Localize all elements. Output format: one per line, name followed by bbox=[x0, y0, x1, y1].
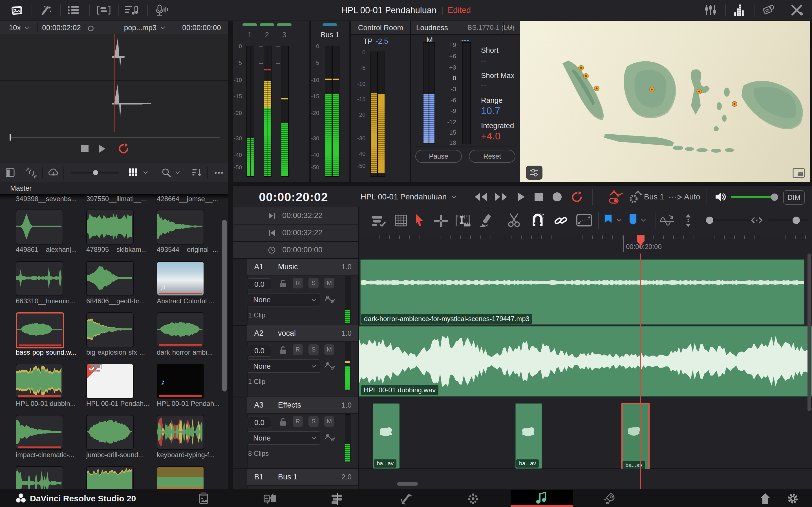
meters-button[interactable] bbox=[732, 3, 747, 17]
track-gain[interactable]: 2.0 bbox=[342, 473, 352, 482]
clip-name[interactable]: impact-cinematic-... bbox=[16, 451, 81, 459]
clip-name[interactable]: dark-horror-ambi... bbox=[157, 348, 221, 356]
fast-forward-button[interactable] bbox=[493, 192, 509, 202]
timeline-v-scrollbar[interactable] bbox=[808, 253, 811, 411]
media-pool-more-button[interactable]: ••• bbox=[210, 163, 228, 182]
effects-preset-dropdown[interactable]: None bbox=[248, 431, 320, 445]
marker-flag-icon[interactable] bbox=[603, 214, 613, 226]
record-arm-button[interactable]: R bbox=[293, 278, 303, 288]
playhead-head-icon[interactable] bbox=[636, 234, 645, 248]
viewer-clip-select[interactable]: pop...mp3 bbox=[118, 21, 169, 34]
clip-name[interactable]: 397550__lilmati__... bbox=[86, 195, 151, 203]
track-name[interactable]: Effects bbox=[278, 401, 301, 409]
clip-thumbnail[interactable] bbox=[16, 466, 63, 489]
search-icon[interactable] bbox=[161, 168, 171, 178]
trim-tool-icon[interactable] bbox=[434, 215, 448, 227]
timeline-zoom-slider[interactable] bbox=[768, 219, 808, 221]
track-gain[interactable]: 1.0 bbox=[342, 329, 352, 338]
page-deliver-button[interactable] bbox=[593, 490, 626, 507]
effects-preset-dropdown[interactable]: None bbox=[248, 359, 320, 373]
clip-name[interactable]: keyboard-typing-f... bbox=[157, 451, 221, 459]
marker-pin-icon[interactable] bbox=[628, 214, 638, 227]
clip-name[interactable]: 449861__alexhanj... bbox=[16, 245, 81, 253]
clip-thumbnail-image[interactable]: ♫ bbox=[157, 261, 204, 296]
clip-thumbnail[interactable] bbox=[16, 363, 63, 399]
timeline-h-scrollbar[interactable] bbox=[397, 482, 418, 486]
timeline-clip-a3-3-selected[interactable]: ba...av bbox=[621, 403, 650, 470]
clip-thumbnail[interactable] bbox=[86, 313, 134, 347]
track-header-b1[interactable]: B1 Bus 1 2.0 bbox=[233, 469, 358, 489]
clip-name-selected[interactable]: bass-pop-sound.w... bbox=[16, 348, 81, 356]
snapping-magnet-icon-active[interactable] bbox=[531, 214, 544, 228]
track-name[interactable]: Music bbox=[278, 263, 298, 271]
track-height-slider[interactable] bbox=[704, 219, 751, 221]
loop-button-active[interactable] bbox=[570, 190, 583, 204]
clip-name[interactable]: HPL 00-01 dubbin... bbox=[16, 400, 81, 407]
monitor-volume-knob[interactable] bbox=[771, 193, 778, 201]
range-selection-tool-icon[interactable] bbox=[455, 214, 471, 228]
linked-selection-icon-active[interactable] bbox=[554, 214, 568, 228]
automation-bus-label[interactable]: Bus 1 bbox=[644, 192, 664, 202]
loop-button[interactable] bbox=[117, 143, 130, 155]
monitor-volume-slider[interactable] bbox=[731, 196, 776, 198]
sound-library-button[interactable] bbox=[124, 3, 140, 17]
clip-name[interactable]: Abstract Colorful ... bbox=[157, 297, 221, 305]
audio-viewer-waveform[interactable] bbox=[0, 34, 229, 132]
vertical-zoom-icon[interactable] bbox=[684, 214, 693, 228]
timeline-thumbnail[interactable] bbox=[86, 363, 134, 399]
automation-curve-icon[interactable] bbox=[324, 361, 336, 371]
timeline-clip-a3-1[interactable]: ba...av bbox=[373, 403, 400, 469]
lane-a1[interactable]: dark-horror-ambience-for-mystical-scenes… bbox=[359, 259, 812, 325]
loudness-more-button[interactable]: ••• bbox=[507, 24, 515, 31]
adr-mic-button[interactable] bbox=[153, 3, 169, 17]
page-cut-button[interactable] bbox=[253, 490, 287, 507]
audio-only-thumbnail[interactable]: ♪ bbox=[157, 363, 204, 399]
record-arm-button[interactable]: R bbox=[293, 416, 303, 427]
clip-name[interactable]: 684606__geoff-br... bbox=[86, 297, 151, 305]
session-timecode[interactable]: 00:00:00:00 bbox=[282, 245, 322, 255]
track-header-a2[interactable]: A2 vocal 1.0 0.0 R S M None 1 Clip bbox=[233, 325, 358, 397]
track-header-a3[interactable]: A3 Effects 1.0 0.0 R S M None 8 Clips bbox=[233, 397, 358, 469]
clip-name[interactable]: HPL 00-01 Pendah... bbox=[86, 400, 151, 407]
page-fairlight-button-active[interactable] bbox=[511, 490, 573, 507]
clip-name[interactable]: 663310__hniemin... bbox=[16, 297, 81, 305]
page-color-button[interactable] bbox=[456, 490, 490, 507]
grid-view-button[interactable] bbox=[129, 168, 138, 177]
clip-thumbnail[interactable] bbox=[157, 466, 204, 489]
stop-button[interactable] bbox=[535, 193, 543, 201]
clip-name[interactable]: big-explosion-sfx-... bbox=[86, 348, 151, 356]
clip-thumbnail[interactable] bbox=[86, 210, 134, 244]
cut-scissors-icon[interactable] bbox=[507, 214, 522, 228]
viewer-zoom-select[interactable]: 10x bbox=[0, 21, 37, 34]
viewer-playhead-line[interactable] bbox=[114, 34, 115, 132]
stop-button[interactable] bbox=[81, 145, 89, 152]
page-edit-button[interactable] bbox=[320, 490, 354, 507]
rewind-button[interactable] bbox=[472, 192, 489, 202]
speaker-icon[interactable] bbox=[714, 191, 727, 203]
automation-curve-icon[interactable] bbox=[324, 433, 336, 442]
lock-icon[interactable] bbox=[279, 279, 287, 288]
clip-name[interactable]: 478905__skibkam... bbox=[86, 245, 151, 253]
page-fusion-button[interactable] bbox=[390, 490, 423, 507]
solo-button[interactable]: S bbox=[308, 278, 319, 288]
timeline-ruler[interactable]: 00:00:20:00 bbox=[359, 234, 812, 254]
thumbnail-size-slider[interactable] bbox=[71, 172, 119, 173]
timeline-clip-a3-2[interactable]: ba...av bbox=[515, 403, 542, 469]
play-button[interactable] bbox=[515, 192, 527, 202]
viewer-overlay-settings-button[interactable] bbox=[526, 166, 543, 180]
media-pool-grid[interactable]: 349398__sevenbs... 397550__lilmati__... … bbox=[0, 194, 229, 489]
media-pool-scrollbar[interactable] bbox=[222, 220, 227, 392]
lane-a2[interactable]: HPL 00-01 dubbing.wav bbox=[359, 325, 812, 397]
unlink-icon[interactable] bbox=[26, 168, 37, 178]
pencil-tool-icon[interactable] bbox=[478, 214, 492, 228]
thumbnail-size-knob[interactable] bbox=[93, 170, 98, 175]
clip-thumbnail[interactable] bbox=[86, 466, 134, 489]
track-name[interactable]: Bus 1 bbox=[278, 473, 297, 482]
dim-button[interactable]: DIM bbox=[783, 190, 805, 205]
zoom-fit-icon[interactable] bbox=[751, 216, 763, 224]
effects-preset-dropdown[interactable]: None bbox=[248, 293, 320, 306]
clip-thumbnail-selected[interactable] bbox=[16, 313, 64, 348]
automation-mode-label[interactable]: Auto bbox=[684, 192, 700, 202]
automation-settings-gear[interactable] bbox=[627, 189, 642, 204]
automation-curve-icon[interactable] bbox=[324, 295, 336, 304]
